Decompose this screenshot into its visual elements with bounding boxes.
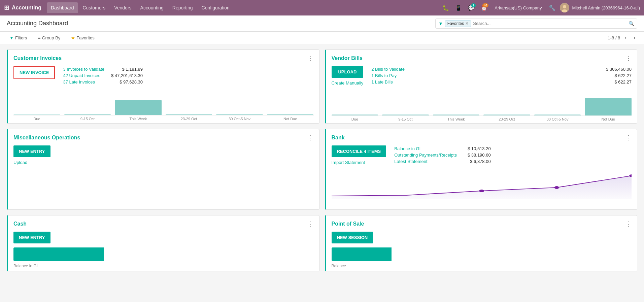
pos-title: Point of Sale — [332, 221, 364, 227]
stat-value: $ 6,378.00 — [470, 159, 490, 164]
misc-operations-menu[interactable]: ⋮ — [308, 134, 314, 141]
misc-operations-title: Miscellaneous Operations — [13, 135, 80, 141]
customer-invoices-card: Customer Invoices ⋮ NEW INVOICE 3 Invoic… — [7, 49, 319, 124]
secondary-bar: Accounting Dashboard ▼ Favorites ✕ 🔍 — [0, 15, 644, 32]
stat-row: 1 Bills to Pay $ 622.27 — [371, 72, 632, 79]
bank-stats: Balance in GL $ 10,513.20 Outstanding Pa… — [394, 145, 490, 165]
cash-menu[interactable]: ⋮ — [308, 220, 314, 228]
new-invoice-button[interactable]: NEW INVOICE — [13, 66, 55, 79]
import-statement-link[interactable]: Import Statement — [332, 160, 386, 165]
user-name: Mitchell Admin (20366964-16-0-all) — [572, 5, 640, 10]
bar-not-due[interactable] — [267, 92, 314, 115]
stat-label[interactable]: Balance in GL — [394, 146, 422, 151]
stat-label[interactable]: Latest Statement — [394, 159, 427, 164]
stat-label[interactable]: 1 Bills to Pay — [371, 73, 397, 78]
vendor-bills-header: Vendor Bills ⋮ — [326, 50, 637, 65]
filter-icon: ▼ — [9, 35, 14, 40]
vbar-9-15-oct[interactable] — [382, 92, 429, 115]
favorites-label: Favorites — [76, 35, 94, 40]
stat-label[interactable]: 42 Unpaid Invoices — [63, 73, 100, 78]
bar-23-29-oct[interactable] — [166, 92, 212, 115]
star-icon: ★ — [71, 35, 75, 40]
stat-row: 3 Invoices to Validate $ 1,181.89 — [63, 66, 143, 72]
avatar[interactable] — [560, 3, 569, 12]
chart-label-not-due: Not Due — [267, 117, 314, 121]
filter-tag-favorites[interactable]: Favorites ✕ — [445, 20, 471, 27]
customer-invoices-menu[interactable]: ⋮ — [308, 55, 314, 62]
bank-title: Bank — [332, 135, 345, 141]
nav-configuration[interactable]: Configuration — [198, 2, 234, 13]
stat-value: $ 306,460.00 — [606, 67, 632, 72]
pos-menu[interactable]: ⋮ — [625, 220, 632, 228]
favorites-button[interactable]: ★ Favorites — [68, 34, 97, 42]
stat-label[interactable]: 3 Invoices to Validate — [63, 67, 104, 72]
create-manually-link[interactable]: Create Manually — [332, 80, 364, 86]
stat-label[interactable]: Outstanding Payments/Receipts — [394, 153, 457, 158]
vbar-30oct-5nov[interactable] — [534, 92, 581, 115]
upload-link[interactable]: Upload — [13, 160, 50, 165]
pos-action-area: NEW SESSION — [326, 230, 637, 247]
stat-label[interactable]: 1 Late Bills — [371, 79, 393, 85]
phone-icon[interactable]: 📱 — [453, 3, 464, 13]
misc-operations-header: Miscellaneous Operations ⋮ — [8, 129, 319, 144]
bar-this-week[interactable] — [115, 92, 162, 115]
chart-label-this-week: This Week — [115, 117, 162, 121]
wrench-icon[interactable]: 🔧 — [547, 3, 557, 13]
bug-icon[interactable]: 🐛 — [441, 3, 451, 13]
cash-card: Cash ⋮ NEW ENTRY Balance in GL — [7, 215, 319, 271]
bar-9-15-oct[interactable] — [64, 92, 111, 115]
filter-favorites-label: Favorites — [447, 21, 464, 26]
customer-invoices-action-area: NEW INVOICE 3 Invoices to Validate $ 1,1… — [8, 65, 319, 89]
customer-invoices-stats: 3 Invoices to Validate $ 1,181.89 42 Unp… — [63, 66, 143, 85]
vendor-bills-menu[interactable]: ⋮ — [625, 55, 632, 62]
stat-label[interactable]: 37 Late Invoices — [63, 79, 95, 85]
customer-invoices-header: Customer Invoices ⋮ — [8, 50, 319, 65]
nav-dashboard[interactable]: Dashboard — [47, 2, 78, 13]
bar-due[interactable] — [13, 92, 60, 115]
cash-button[interactable]: NEW ENTRY — [13, 232, 50, 243]
vendor-bills-action-area: UPLOAD Create Manually 2 Bills to Valida… — [326, 65, 637, 90]
vbar-not-due[interactable] — [585, 92, 632, 115]
toolbar: ▼ Filters ≡ Group By ★ Favorites 1-8 / 8… — [0, 32, 644, 44]
bank-menu[interactable]: ⋮ — [625, 134, 632, 141]
bar-30oct-5nov[interactable] — [216, 92, 263, 115]
app-brand[interactable]: ⊞ Accounting — [4, 4, 41, 11]
clock-icon[interactable]: ⏰ 46 — [479, 3, 489, 13]
nav-reporting[interactable]: Reporting — [168, 2, 197, 13]
vchart-label-this-week: This Week — [433, 117, 480, 121]
new-entry-button[interactable]: NEW ENTRY — [13, 145, 50, 157]
pagination-prev[interactable]: ‹ — [623, 34, 629, 41]
chart-label-23-29-oct: 23-29 Oct — [166, 117, 212, 121]
chart-label-due: Due — [13, 117, 60, 121]
search-input[interactable] — [473, 21, 626, 26]
pagination-next[interactable]: › — [632, 34, 637, 41]
vbar-23-29-oct[interactable] — [483, 92, 530, 115]
chat-badge: 9 — [471, 3, 476, 7]
vbar-this-week[interactable] — [433, 92, 480, 115]
nav-menu: Dashboard Customers Vendors Accounting R… — [47, 2, 439, 13]
nav-accounting[interactable]: Accounting — [136, 2, 168, 13]
filters-button[interactable]: ▼ Filters — [7, 34, 30, 42]
stat-value: $ 622.27 — [614, 79, 632, 85]
reconcile-button[interactable]: RECONCILE 4 ITEMS — [332, 145, 386, 157]
stat-row: Latest Statement $ 6,378.00 — [394, 158, 490, 165]
misc-operations-card: Miscellaneous Operations ⋮ NEW ENTRY Upl… — [7, 129, 319, 210]
stat-label[interactable]: 2 Bills to Validate — [371, 67, 405, 72]
stat-value: $ 47,201,613.30 — [111, 73, 143, 78]
grid-icon[interactable]: ⊞ — [4, 4, 9, 11]
upload-button[interactable]: UPLOAD — [332, 66, 364, 78]
filter-tag-close[interactable]: ✕ — [465, 21, 469, 26]
vbar-due[interactable] — [332, 92, 378, 115]
groupby-button[interactable]: ≡ Group By — [35, 34, 63, 42]
chat-icon[interactable]: 💬 9 — [466, 3, 476, 13]
search-icon[interactable]: 🔍 — [629, 21, 634, 26]
bank-card: Bank ⋮ RECONCILE 4 ITEMS Import Statemen… — [325, 129, 638, 210]
page-title: Accounting Dashboard — [7, 20, 433, 27]
cash-action-area: NEW ENTRY — [8, 230, 319, 247]
customer-invoices-chart: Due 9-15 Oct This Week 23-29 Oct 30 Oct-… — [8, 89, 319, 123]
nav-customers[interactable]: Customers — [79, 2, 110, 13]
nav-vendors[interactable]: Vendors — [110, 2, 135, 13]
main-content: Customer Invoices ⋮ NEW INVOICE 3 Invoic… — [0, 44, 644, 277]
svg-point-4 — [554, 186, 559, 189]
pos-button[interactable]: NEW SESSION — [332, 232, 373, 243]
